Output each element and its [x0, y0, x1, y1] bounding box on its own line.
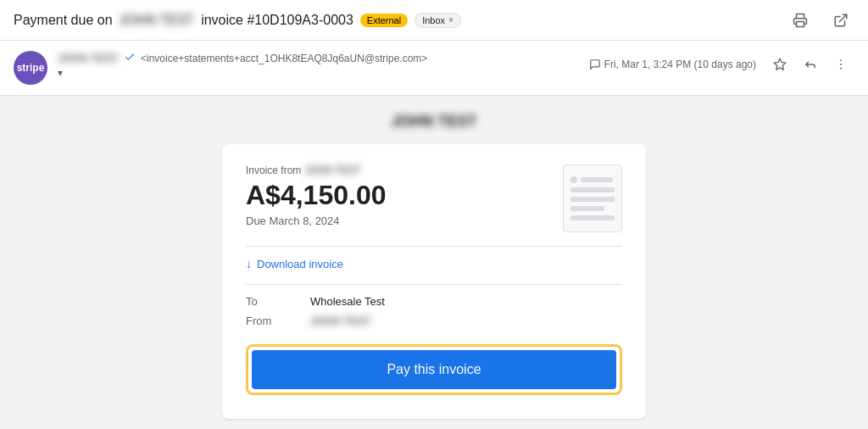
doc-text-line [581, 177, 613, 182]
email-centered-sender-name: JOHN TEST [391, 113, 476, 131]
reply-icon [804, 58, 817, 71]
invoice-to-row: To Wholesale Test [246, 295, 622, 308]
sender-line: JOHN TEST <invoice+statements+acct_1OHK8… [58, 51, 579, 65]
email-actions [766, 51, 854, 78]
inbox-badge[interactable]: Inbox × [415, 13, 461, 28]
date-text: Fri, Mar 1, 3:24 PM (10 days ago) [589, 58, 756, 70]
star-button[interactable] [766, 51, 793, 78]
svg-rect-0 [797, 21, 804, 26]
from-value: JOHN TEST [310, 315, 371, 327]
divider-1 [246, 246, 622, 247]
doc-circle [570, 176, 577, 183]
email-date-area: Fri, Mar 1, 3:24 PM (10 days ago) [589, 51, 854, 78]
download-arrow-icon: ↓ [246, 257, 252, 270]
top-bar: Payment due on JOHN TEST invoice #10D109… [0, 0, 868, 41]
doc-line-4 [570, 206, 604, 211]
invoice-top: Invoice from JOHN TEST A$4,150.00 Due Ma… [246, 164, 622, 232]
svg-point-3 [840, 59, 842, 61]
sender-avatar: stripe [14, 51, 47, 85]
divider-2 [246, 284, 622, 285]
doc-line-1 [570, 176, 613, 183]
top-bar-actions [787, 7, 854, 34]
svg-point-4 [840, 64, 842, 65]
sender-name: JOHN TEST [58, 52, 119, 64]
external-badge: External [360, 14, 408, 27]
subject-prefix: Payment due on [14, 13, 113, 28]
invoice-card: Invoice from JOHN TEST A$4,150.00 Due Ma… [222, 144, 646, 419]
reply-button[interactable] [797, 51, 824, 78]
star-icon [773, 58, 787, 71]
invoice-info: Invoice from JOHN TEST A$4,150.00 Due Ma… [246, 164, 386, 227]
doc-line-3 [570, 197, 615, 202]
invoice-from-row: From JOHN TEST [246, 315, 622, 327]
print-icon [793, 13, 808, 28]
doc-line-2 [570, 187, 615, 192]
avatar-text: stripe [17, 62, 45, 74]
email-meta: JOHN TEST <invoice+statements+acct_1OHK8… [58, 51, 579, 79]
more-icon [834, 58, 848, 71]
invoice-from-name: JOHN TEST [304, 164, 360, 176]
subject-invoice-number: invoice #10D109A3-0003 [201, 13, 353, 28]
subline-arrow[interactable]: ▾ [58, 67, 63, 79]
download-label: Download invoice [257, 258, 343, 270]
verified-icon [124, 51, 136, 65]
invoice-fields: To Wholesale Test From JOHN TEST [246, 295, 622, 327]
date-label: Fri, Mar 1, 3:24 PM (10 days ago) [604, 58, 756, 70]
inbox-badge-label: Inbox [422, 15, 445, 25]
invoice-from-label: Invoice from JOHN TEST [246, 164, 386, 176]
subject-blurred-name: JOHN TEST [120, 13, 195, 28]
to-value: Wholesale Test [310, 295, 385, 308]
download-invoice-link[interactable]: ↓ Download invoice [246, 257, 622, 270]
svg-line-1 [840, 14, 847, 21]
open-external-icon [833, 13, 849, 28]
to-label: To [246, 295, 297, 308]
chat-icon [589, 58, 601, 70]
sender-email: <invoice+statements+acct_1OHK8tEAQ8Jq6aU… [141, 53, 427, 64]
doc-line-5 [570, 215, 615, 220]
open-external-button[interactable] [827, 7, 854, 34]
invoice-due-date: Due March 8, 2024 [246, 214, 386, 227]
print-button[interactable] [787, 7, 814, 34]
from-label: From [246, 315, 297, 327]
invoice-amount: A$4,150.00 [246, 180, 386, 211]
inbox-badge-close[interactable]: × [448, 15, 453, 25]
more-button[interactable] [827, 51, 854, 78]
email-subline[interactable]: ▾ [58, 67, 579, 79]
invoice-document-preview [563, 164, 622, 232]
email-header: stripe JOHN TEST <invoice+statements+acc… [0, 41, 868, 96]
pay-invoice-button[interactable]: Pay this invoice [252, 350, 616, 389]
svg-point-5 [840, 68, 842, 70]
email-body: JOHN TEST Invoice from JOHN TEST A$4,150… [0, 96, 868, 426]
pay-button-wrapper: Pay this invoice [246, 344, 622, 395]
email-subject: Payment due on JOHN TEST invoice #10D109… [14, 13, 780, 28]
svg-marker-2 [774, 58, 785, 70]
